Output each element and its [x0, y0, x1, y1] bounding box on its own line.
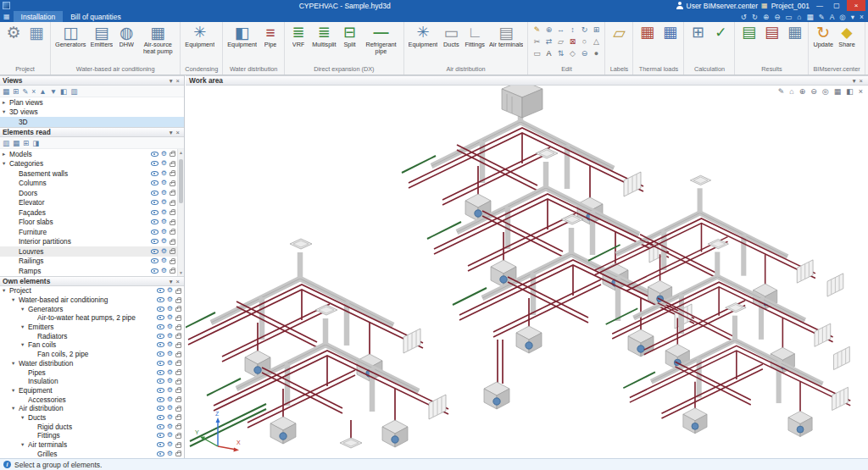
tree-item[interactable]: Accessories ⚙	[0, 395, 184, 404]
tree-item[interactable]: ▾ Water distribution ⚙	[0, 359, 184, 368]
drawing-setup-button[interactable]: ▦	[25, 24, 47, 41]
settings-icon[interactable]: ⚙	[161, 257, 167, 264]
tree-item[interactable]: Furniture ⚙	[0, 227, 184, 237]
condensing-equipment-button[interactable]: ✳ Equipment	[183, 24, 216, 55]
visibility-icon[interactable]	[157, 397, 164, 402]
zoom-out-icon[interactable]: ⊖	[774, 13, 780, 21]
lock-icon[interactable]	[170, 260, 175, 264]
tree-item[interactable]: Floor slabs ⚙	[0, 218, 184, 228]
tab-installation[interactable]: Installation	[14, 11, 64, 22]
diamond-icon[interactable]: ◇	[566, 47, 578, 59]
close-doc-icon[interactable]: ×	[860, 13, 864, 21]
tree-item[interactable]: Grilles ⚙	[0, 449, 184, 458]
tab-bill-of-quantities[interactable]: Bill of quantities	[63, 11, 129, 22]
scroll-down-icon[interactable]: ▼	[178, 269, 184, 276]
expand-arrow-icon[interactable]: ▸	[3, 151, 9, 158]
calculate-button[interactable]: ⊞	[687, 24, 709, 41]
expand-arrow-icon[interactable]: ▾	[21, 441, 28, 448]
visibility-icon[interactable]	[157, 451, 164, 456]
zoom-out-icon[interactable]: ⊖	[810, 87, 817, 96]
visibility-icon[interactable]	[151, 171, 159, 176]
close-view-icon[interactable]: ×	[859, 87, 863, 96]
add-icon[interactable]: ⊕	[542, 24, 554, 36]
lock-icon[interactable]	[175, 290, 181, 294]
collapse-icon[interactable]: ▾	[168, 278, 175, 285]
visibility-icon[interactable]	[157, 442, 164, 447]
tree-item[interactable]: ▾ Categories ⚙	[0, 159, 184, 169]
grid-icon[interactable]: ▦	[807, 13, 814, 21]
lock-icon[interactable]	[175, 389, 181, 393]
lock-icon[interactable]	[175, 353, 181, 357]
subtract-icon[interactable]: ⊖	[578, 47, 590, 59]
tree-item[interactable]: ▾ Water-based air conditioning ⚙	[0, 296, 184, 305]
copy-icon[interactable]: ⊞	[590, 24, 602, 36]
lock-icon[interactable]	[175, 398, 181, 402]
home-view-icon[interactable]: ⌂	[797, 13, 801, 21]
expand-arrow-icon[interactable]: ▸	[3, 99, 9, 106]
results-report-button[interactable]: ▤	[737, 24, 760, 41]
elements-grid-icon[interactable]: ▦	[13, 139, 19, 147]
cooling-loads-button[interactable]: ▦	[659, 24, 681, 41]
text-icon[interactable]: A	[830, 13, 835, 21]
move-horizontal-icon[interactable]: ↔	[554, 24, 566, 36]
lock-icon[interactable]	[175, 434, 181, 439]
view-down-icon[interactable]: ▼	[50, 87, 57, 96]
visibility-icon[interactable]	[151, 258, 159, 263]
visibility-icon[interactable]	[157, 288, 164, 293]
share-button[interactable]: ◆ Share	[836, 24, 858, 55]
check-button[interactable]: ✓	[709, 24, 732, 41]
settings-icon[interactable]: ⚙	[161, 199, 167, 206]
lock-icon[interactable]	[175, 326, 181, 330]
collapse-icon[interactable]: ▾	[851, 77, 858, 85]
air-source-heat-pump-button[interactable]: ▦ Air-source heat pump	[138, 24, 177, 55]
collapse-icon[interactable]: ▾	[168, 77, 175, 85]
lock-icon[interactable]	[175, 299, 181, 303]
lock-icon[interactable]	[170, 230, 175, 235]
visibility-icon[interactable]	[151, 200, 159, 205]
split-button[interactable]: ⊟ Split	[339, 24, 361, 55]
visibility-icon[interactable]	[157, 406, 164, 411]
scrollbar[interactable]: ▲ ▼	[177, 149, 184, 276]
lock-icon[interactable]	[175, 425, 181, 429]
view-duplicate-icon[interactable]: ◧	[60, 87, 67, 96]
view-group-icon[interactable]: ▦	[3, 87, 9, 96]
visibility-icon[interactable]	[151, 239, 159, 244]
orbit-icon[interactable]: ◎	[822, 87, 829, 96]
visibility-icon[interactable]	[157, 361, 164, 366]
settings-icon[interactable]: ⚙	[167, 378, 173, 384]
tree-item[interactable]: Louvres ⚙	[0, 246, 184, 257]
rectangle-icon[interactable]: ▭	[531, 47, 542, 59]
orbit-icon[interactable]: ◎	[839, 13, 845, 21]
settings-icon[interactable]: ⚙	[161, 238, 167, 245]
zoom-window-icon[interactable]: ▭	[785, 13, 792, 21]
dhw-button[interactable]: ◍ DHW	[115, 24, 137, 55]
visibility-icon[interactable]	[151, 152, 159, 157]
emitters-button[interactable]: ▤ Emitters	[89, 24, 115, 55]
results-tables-button[interactable]: ▦	[783, 24, 805, 41]
mirror-icon[interactable]: ⇄	[542, 36, 554, 47]
expand-arrow-icon[interactable]: ▾	[3, 108, 9, 115]
lock-icon[interactable]	[170, 211, 175, 215]
move-vertical-icon[interactable]: ↕	[566, 24, 578, 36]
close-icon[interactable]: ×	[175, 77, 181, 85]
view-edit-icon[interactable]: ✎	[22, 87, 28, 96]
visibility-icon[interactable]	[157, 307, 164, 312]
zoom-in-icon[interactable]: ⊕	[799, 87, 806, 96]
elements-list-icon[interactable]: ▥	[3, 139, 9, 147]
close-button[interactable]: ×	[847, 0, 865, 11]
edit-icon[interactable]: ✎	[819, 13, 825, 21]
settings-icon[interactable]: ⚙	[167, 396, 173, 403]
elements-add-icon[interactable]: ⊞	[23, 139, 29, 147]
visibility-icon[interactable]	[157, 334, 164, 339]
expand-arrow-icon[interactable]: ▾	[21, 341, 28, 348]
tree-item[interactable]: 3D	[0, 117, 184, 127]
settings-icon[interactable]: ⚙	[161, 151, 167, 158]
tree-item[interactable]: Fan coils, 2 pipe ⚙	[0, 350, 184, 359]
visibility-icon[interactable]	[157, 415, 164, 420]
tree-item[interactable]: Rigid ducts ⚙	[0, 422, 184, 431]
polygon-icon[interactable]: ▱	[554, 36, 566, 47]
visibility-icon[interactable]	[151, 210, 159, 215]
settings-icon[interactable]: ⚙	[167, 451, 173, 457]
minimize-button[interactable]: —	[813, 0, 826, 11]
settings-icon[interactable]: ⚙	[167, 314, 173, 321]
